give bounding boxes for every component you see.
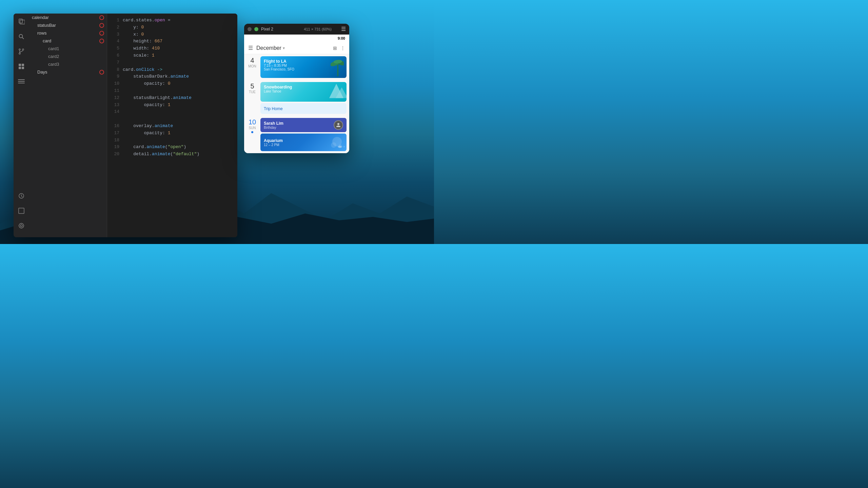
dot-green bbox=[254, 27, 258, 31]
event-sarah-birthday[interactable]: Sarah Lim Birthday bbox=[260, 118, 347, 132]
day-row-5: 5 Tue bbox=[244, 80, 349, 116]
editor-area[interactable]: 12345 678910 11121314 1617181920 card.st… bbox=[107, 14, 237, 237]
day-num-5: 5 Tue bbox=[244, 82, 260, 114]
phone-preview: Pixel 2 411 × 731 (60%) ☰ 9:00 ☰ Decembe… bbox=[244, 24, 349, 153]
record-btn-rows[interactable] bbox=[99, 31, 104, 36]
today-dot bbox=[251, 131, 253, 133]
dot-grey bbox=[248, 27, 252, 31]
event-sarah-type: Birthday bbox=[264, 126, 283, 129]
event-sarah-name: Sarah Lim bbox=[264, 121, 283, 126]
day-num-4: 4 Mon bbox=[244, 56, 260, 78]
sidebar-item-card2[interactable]: card2 bbox=[29, 53, 107, 60]
svg-point-18 bbox=[19, 223, 24, 228]
event-flight-la-time: 7:15 – 8:35 PM bbox=[264, 64, 343, 67]
day-row-10: 10 Sun Sarah Lim Birthday bbox=[244, 116, 349, 153]
files-icon[interactable] bbox=[17, 17, 26, 26]
source-control-icon[interactable] bbox=[17, 47, 26, 56]
event-snowboard-title: Snowboarding bbox=[264, 85, 343, 89]
device-size: 411 × 731 (60%) bbox=[304, 27, 332, 31]
cal-hamburger-icon[interactable]: ☰ bbox=[248, 45, 253, 51]
event-trip-home-title: Trip Home bbox=[264, 106, 283, 111]
svg-rect-12 bbox=[22, 67, 24, 69]
svg-point-7 bbox=[22, 49, 24, 50]
status-bar: 9:00 bbox=[244, 35, 349, 42]
device-toolbar: Pixel 2 411 × 731 (60%) ☰ bbox=[244, 24, 349, 35]
day-row-4: 4 Mon bbox=[244, 54, 349, 80]
day-events-4: Flight to LA 7:15 – 8:35 PM San Francisc… bbox=[260, 56, 349, 78]
cal-header-icons: ⊞ ⋮ bbox=[333, 45, 345, 51]
cal-title-arrow: ▾ bbox=[283, 46, 285, 50]
record-btn-calendar[interactable] bbox=[99, 15, 104, 20]
event-aquarium-time: 12 – 2 PM bbox=[264, 143, 283, 147]
svg-line-5 bbox=[22, 38, 24, 39]
cal-more-icon[interactable]: ⋮ bbox=[340, 45, 345, 51]
event-trip-home[interactable]: Trip Home bbox=[260, 103, 347, 114]
sidebar-item-card[interactable]: card bbox=[29, 37, 107, 45]
svg-point-33 bbox=[341, 146, 342, 147]
sarah-avatar bbox=[334, 120, 343, 130]
app-window: calendar statusBar rows card card1 card2… bbox=[14, 14, 237, 237]
status-time: 9:00 bbox=[338, 36, 345, 40]
sidebar-item-days[interactable]: Days bbox=[29, 68, 107, 76]
svg-rect-10 bbox=[22, 64, 24, 66]
sidebar-item-rows[interactable]: rows bbox=[29, 29, 107, 37]
cal-grid-icon[interactable]: ⊞ bbox=[333, 45, 337, 51]
svg-rect-11 bbox=[19, 67, 21, 69]
sidebar: calendar statusBar rows card card1 card2… bbox=[29, 14, 107, 237]
device-menu-btn[interactable]: ☰ bbox=[341, 26, 346, 32]
line-numbers: 12345 678910 11121314 1617181920 bbox=[107, 17, 123, 234]
svg-rect-2 bbox=[19, 19, 22, 23]
device-name: Pixel 2 bbox=[261, 27, 301, 32]
svg-point-31 bbox=[331, 142, 336, 148]
event-flight-la-location: San Francisco, SFO bbox=[264, 67, 343, 71]
svg-rect-15 bbox=[18, 83, 25, 83]
sidebar-item-card1[interactable]: card1 bbox=[29, 45, 107, 53]
event-aquarium[interactable]: Aquarium 12 – 2 PM bbox=[260, 134, 347, 151]
event-snowboard-location: Lake Tahoe bbox=[264, 89, 343, 93]
fish-icon bbox=[338, 144, 344, 150]
sidebar-item-statusbar[interactable]: statusBar bbox=[29, 21, 107, 29]
svg-point-6 bbox=[19, 49, 20, 50]
svg-rect-13 bbox=[18, 79, 25, 80]
extensions-icon[interactable] bbox=[17, 62, 26, 71]
day-events-5: Snowboarding Lake Tahoe Trip Home bbox=[260, 82, 349, 114]
event-snowboarding[interactable]: Snowboarding Lake Tahoe bbox=[260, 82, 347, 102]
svg-point-19 bbox=[20, 225, 22, 227]
sidebar-item-card3[interactable]: card3 bbox=[29, 60, 107, 68]
history-icon[interactable] bbox=[17, 191, 26, 201]
cal-header: ☰ December ▾ ⊞ ⋮ bbox=[244, 42, 349, 54]
cal-content: 4 Mon bbox=[244, 54, 349, 153]
phone-screen: 9:00 ☰ December ▾ ⊞ ⋮ 4 Mon bbox=[244, 35, 349, 153]
svg-point-8 bbox=[19, 53, 20, 54]
icon-bar bbox=[14, 14, 29, 237]
cal-title: December ▾ bbox=[256, 45, 333, 51]
record-btn-days[interactable] bbox=[99, 70, 104, 75]
svg-rect-9 bbox=[19, 64, 21, 66]
search-icon[interactable] bbox=[17, 32, 26, 41]
target-icon[interactable] bbox=[17, 221, 26, 230]
menu-icon[interactable] bbox=[17, 77, 26, 86]
svg-rect-14 bbox=[18, 81, 25, 82]
event-flight-la-title: Flight to LA bbox=[264, 59, 343, 64]
event-flight-la[interactable]: Flight to LA 7:15 – 8:35 PM San Francisc… bbox=[260, 56, 347, 78]
day-num-10: 10 Sun bbox=[244, 118, 260, 151]
svg-point-4 bbox=[19, 35, 23, 38]
day-events-10: Sarah Lim Birthday bbox=[260, 118, 349, 151]
record-btn-statusbar[interactable] bbox=[99, 23, 104, 28]
layout-icon[interactable] bbox=[17, 206, 26, 216]
sidebar-item-calendar[interactable]: calendar bbox=[29, 14, 107, 21]
event-aquarium-title: Aquarium bbox=[264, 138, 283, 143]
svg-rect-17 bbox=[19, 208, 24, 214]
record-btn-card[interactable] bbox=[99, 39, 104, 43]
code-lines: card.states.open = y: 0 x: 0 height: 667… bbox=[123, 17, 237, 234]
